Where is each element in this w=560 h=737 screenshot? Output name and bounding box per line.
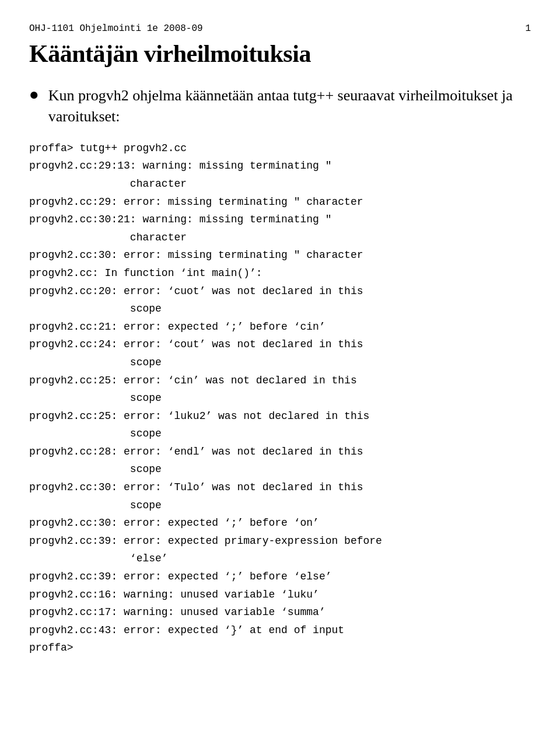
page-title: Kääntäjän virheilmoituksia [29,40,531,68]
error-line-17: scope [29,460,531,478]
error-line-1: character [29,175,531,193]
error-line-9: progvh2.cc:21: error: expected ‘;’ befor… [29,318,531,336]
header-right: 1 [525,23,531,34]
error-line-19: scope [29,497,531,515]
error-line-0: progvh2.cc:29:13: warning: missing termi… [29,157,531,175]
error-line-5: progvh2.cc:30: error: missing terminatin… [29,246,531,264]
error-line-26: progvh2.cc:43: error: expected ‘}’ at en… [29,621,531,640]
error-line-6: progvh2.cc: In function ‘int main()’: [29,264,531,282]
code-output: proffa> tutg++ progvh2.cc progvh2.cc:29:… [29,139,531,657]
error-line-7: progvh2.cc:20: error: ‘cuot’ was not dec… [29,282,531,301]
error-line-23: progvh2.cc:39: error: expected ‘;’ befor… [29,568,531,586]
error-line-2: progvh2.cc:29: error: missing terminatin… [29,193,531,211]
error-line-20: progvh2.cc:30: error: expected ‘;’ befor… [29,514,531,532]
header-line: OHJ-1101 Ohjelmointi 1e 2008-09 1 [29,23,531,34]
intro-text: Kun progvh2 ohjelma käännetään antaa tut… [48,85,531,128]
error-line-22: ‘else’ [29,550,531,568]
error-line-25: progvh2.cc:17: warning: unused variable … [29,603,531,621]
error-line-15: scope [29,425,531,443]
intro-section: ● Kun progvh2 ohjelma käännetään antaa t… [29,85,531,128]
error-line-13: scope [29,389,531,407]
final-prompt-line: proffa> [29,639,531,657]
error-line-21: progvh2.cc:39: error: expected primary-e… [29,532,531,550]
error-line-24: progvh2.cc:16: warning: unused variable … [29,586,531,604]
error-line-12: progvh2.cc:25: error: ‘cin’ was not decl… [29,372,531,390]
error-line-3: progvh2.cc:30:21: warning: missing termi… [29,211,531,229]
header-left: OHJ-1101 Ohjelmointi 1e 2008-09 [29,23,203,34]
error-line-14: progvh2.cc:25: error: ‘luku2’ was not de… [29,407,531,425]
error-line-10: progvh2.cc:24: error: ‘cout’ was not dec… [29,336,531,354]
error-line-4: character [29,229,531,247]
error-line-16: progvh2.cc:28: error: ‘endl’ was not dec… [29,443,531,461]
error-line-8: scope [29,300,531,318]
bullet-icon: ● [29,86,39,104]
prompt-line: proffa> tutg++ progvh2.cc [29,139,531,158]
error-line-18: progvh2.cc:30: error: ‘Tulo’ was not dec… [29,478,531,497]
error-line-11: scope [29,354,531,372]
